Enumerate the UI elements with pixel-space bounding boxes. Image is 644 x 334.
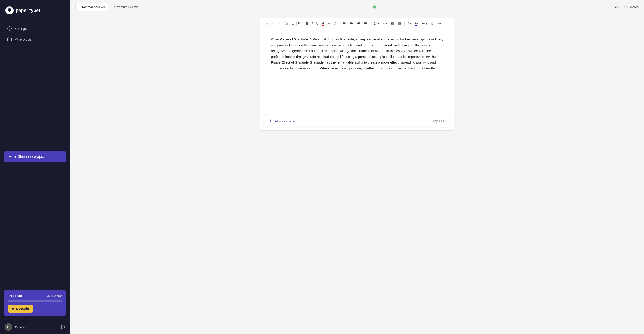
main-content: Grammar checker Maximum Length 500 108 w… — [70, 0, 644, 334]
word-count: 108 words — [624, 5, 638, 9]
undo-button[interactable]: ↩ — [270, 21, 276, 27]
svg-rect-15 — [357, 25, 360, 25]
sidebar-settings-label: Settings — [14, 27, 27, 31]
sidebar-projects-label: My projects — [14, 38, 32, 41]
unordered-list-button[interactable]: •≡▾ — [381, 21, 388, 27]
app-name: paper typer — [16, 8, 40, 13]
sidebar: paper typer Settings My projects + Start… — [0, 0, 70, 334]
align-justify-button[interactable] — [362, 21, 369, 27]
svg-rect-14 — [358, 24, 360, 24]
plan-name: Free Plan — [8, 294, 22, 298]
user-footer: C Customer — [0, 320, 70, 334]
editor-toolbar: ⤢ ↩ ↪ ▦ B B I U A ✏ — [260, 18, 454, 29]
sidebar-item-settings[interactable]: Settings — [4, 24, 66, 34]
toolbar-separator-3 — [370, 21, 371, 26]
user-name: Customer — [15, 325, 58, 329]
strikethrough-button[interactable]: A — [332, 21, 338, 27]
align-left-button[interactable] — [341, 21, 348, 27]
top-bar: Grammar checker Maximum Length 500 108 w… — [70, 0, 644, 14]
toolbar-separator-2 — [339, 21, 340, 26]
svg-rect-8 — [350, 22, 352, 23]
svg-rect-17 — [364, 23, 368, 23]
editor-container: ⤢ ↩ ↪ ▦ B B I U A ✏ — [260, 18, 454, 131]
max-length-label: Maximum Length — [114, 5, 138, 9]
plan-progress-bar — [8, 300, 62, 302]
svg-rect-10 — [350, 24, 352, 24]
stop-esc-button[interactable]: Stop ESC — [432, 119, 446, 123]
quote-button[interactable]: ❝▾ — [436, 21, 443, 27]
link-button[interactable] — [429, 21, 436, 27]
italic-button[interactable]: I — [310, 21, 314, 27]
svg-rect-6 — [343, 24, 345, 24]
bold-box-button[interactable]: B — [296, 21, 301, 26]
max-length-container: Maximum Length 500 — [114, 5, 620, 9]
ai-writing-text: AI is writing ••• — [275, 119, 429, 123]
svg-rect-9 — [350, 23, 353, 23]
star-icon: ★ — [12, 307, 15, 310]
ordered-list-button[interactable]: 1≡▾ — [372, 21, 380, 27]
align-right-button[interactable] — [355, 21, 362, 27]
bold-button[interactable]: B — [304, 21, 310, 27]
font-color-button[interactable]: A▾ — [413, 20, 420, 27]
table-button[interactable]: ▦ — [290, 21, 296, 27]
upgrade-button[interactable]: ★ Upgrade — [8, 305, 33, 312]
fullscreen-button[interactable]: ⤢ — [264, 21, 270, 27]
logo-icon — [6, 6, 14, 15]
text-color-button[interactable]: A — [321, 20, 326, 27]
ai-star-icon: ★ — [268, 118, 272, 123]
upgrade-label: Upgrade — [16, 307, 29, 310]
app-logo: paper typer — [0, 0, 70, 20]
svg-point-0 — [9, 28, 10, 29]
svg-rect-13 — [357, 23, 360, 23]
logout-button[interactable] — [61, 325, 66, 329]
save-button[interactable] — [283, 21, 290, 27]
highlight-button[interactable]: ✏ — [326, 21, 332, 27]
indent-button[interactable] — [396, 21, 403, 27]
svg-rect-4 — [343, 22, 345, 23]
avatar: C — [4, 323, 12, 331]
outdent-button[interactable] — [389, 21, 396, 27]
svg-rect-11 — [350, 25, 353, 25]
editor-content[interactable]: #The Power of Gratitude: A Personal Jour… — [260, 29, 454, 115]
gear-icon — [7, 26, 12, 31]
paragraph-button[interactable]: ¶▾ — [406, 21, 412, 27]
toolbar-separator-1 — [302, 21, 303, 26]
folder-icon — [7, 37, 12, 42]
plus-icon — [8, 155, 12, 159]
ai-writing-bar: ★ AI is writing ••• Stop ESC — [264, 115, 450, 127]
svg-rect-16 — [364, 22, 368, 23]
svg-rect-19 — [364, 25, 368, 25]
max-length-slider[interactable] — [142, 7, 608, 8]
font-size-button[interactable]: AA▾ — [420, 21, 429, 27]
logout-icon — [61, 325, 66, 329]
toolbar-separator-4 — [404, 21, 405, 26]
start-new-project-button[interactable]: + Start new project — [4, 151, 66, 162]
editor-area: ⤢ ↩ ↪ ▦ B B I U A ✏ — [70, 14, 644, 334]
max-length-value: 500 — [611, 5, 620, 9]
plan-box: Free Plan 0/500 Words ★ Upgrade — [4, 290, 66, 316]
svg-rect-7 — [343, 25, 346, 25]
sidebar-item-my-projects[interactable]: My projects — [4, 34, 66, 44]
redo-button[interactable]: ↪ — [276, 21, 282, 27]
underline-button[interactable]: U — [314, 21, 320, 27]
start-button-label: + Start new project — [14, 155, 45, 159]
plan-words: 0/500 Words — [46, 294, 62, 298]
svg-rect-12 — [358, 22, 360, 23]
align-center-button[interactable] — [348, 21, 355, 27]
plan-header: Free Plan 0/500 Words — [8, 294, 62, 298]
svg-rect-18 — [364, 24, 368, 24]
svg-rect-5 — [343, 23, 346, 23]
sidebar-navigation: Settings My projects — [0, 20, 70, 146]
grammar-checker-button[interactable]: Grammar checker — [76, 3, 109, 11]
